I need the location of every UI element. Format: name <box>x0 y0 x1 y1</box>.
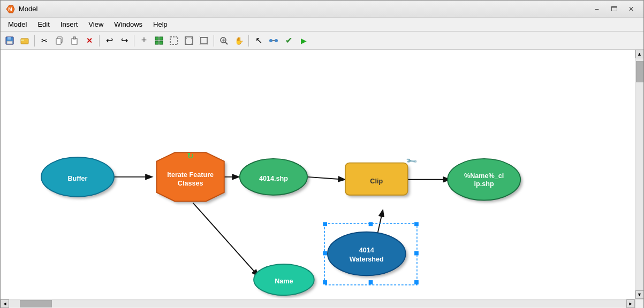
scroll-left-button[interactable]: ◄ <box>1 299 9 308</box>
sep3 <box>134 35 134 47</box>
grid-button[interactable] <box>152 34 166 48</box>
svg-point-31 <box>275 39 278 42</box>
delete-button[interactable]: ✕ <box>82 34 96 48</box>
toolbar: ✂ ✕ ↩ ↪ + ✋ ↖ ✔ <box>1 32 643 50</box>
svg-rect-4 <box>7 41 12 44</box>
sep4 <box>214 35 214 47</box>
copy-button[interactable] <box>52 34 66 48</box>
zoom-fit-button[interactable] <box>197 34 211 48</box>
arrow-shp-clip <box>308 177 344 180</box>
model-diagram: Buffer ↻ Iterate Feature Classes 4014.sh… <box>1 50 635 299</box>
validate-button[interactable]: ✔ <box>282 34 296 48</box>
menu-view[interactable]: View <box>83 19 109 29</box>
horizontal-scrollbar-container: ◄ ► <box>1 299 643 307</box>
sel-handle-tl <box>323 222 327 226</box>
output-label-1: %Name%_cl <box>464 172 504 180</box>
menu-model[interactable]: Model <box>3 19 32 29</box>
canvas-container: Buffer ↻ Iterate Feature Classes 4014.sh… <box>1 50 643 299</box>
menu-insert[interactable]: Insert <box>55 19 84 29</box>
iterate-icon: ↻ <box>187 151 194 160</box>
scroll-thumb-h[interactable] <box>20 300 52 307</box>
svg-rect-11 <box>155 37 158 40</box>
sel-handle-tr <box>414 222 419 226</box>
name-label: Name <box>275 278 293 285</box>
sep1 <box>34 35 35 47</box>
output-label-2: ip.shp <box>474 180 494 188</box>
main-window: M Model – 🗖 ✕ Model Edit Insert View Win… <box>0 0 644 308</box>
sel-handle-bm <box>369 280 373 284</box>
scroll-down-button[interactable]: ▼ <box>635 290 644 299</box>
restore-button[interactable]: 🗖 <box>606 3 622 15</box>
arrow-iterate-name <box>193 203 258 275</box>
vertical-scrollbar: ▲ ▼ <box>635 50 643 299</box>
clip-label: Clip <box>370 178 383 185</box>
svg-rect-12 <box>160 37 163 40</box>
menu-edit[interactable]: Edit <box>32 19 55 29</box>
select-button[interactable]: ↖ <box>252 34 266 48</box>
zoom-in-button[interactable] <box>217 34 231 48</box>
minimize-button[interactable]: – <box>589 3 605 15</box>
svg-rect-15 <box>170 37 178 44</box>
svg-rect-21 <box>201 37 207 44</box>
scrollbar-corner <box>635 299 643 308</box>
svg-rect-3 <box>7 37 11 40</box>
zoom-select-button[interactable] <box>167 34 181 48</box>
run-button[interactable]: ▶ <box>297 34 310 48</box>
scroll-right-button[interactable]: ► <box>626 299 635 308</box>
svg-text:M: M <box>8 6 12 12</box>
svg-rect-9 <box>72 38 77 44</box>
scroll-track-h <box>9 300 626 307</box>
svg-line-27 <box>225 42 228 44</box>
close-button[interactable]: ✕ <box>623 3 639 15</box>
shp4014-label: 4014.shp <box>259 175 288 182</box>
svg-rect-8 <box>56 38 61 44</box>
sel-handle-mr <box>414 251 419 256</box>
titlebar: M Model – 🗖 ✕ <box>1 1 643 18</box>
buffer-label: Buffer <box>67 175 87 182</box>
svg-rect-14 <box>160 41 163 44</box>
menu-windows[interactable]: Windows <box>109 19 148 29</box>
pan-button[interactable]: ✋ <box>232 34 246 48</box>
model-canvas[interactable]: Buffer ↻ Iterate Feature Classes 4014.sh… <box>1 50 635 299</box>
svg-point-30 <box>269 39 272 42</box>
arrow-watershed-clip <box>377 211 383 234</box>
watershed-label-1: 4014 <box>359 247 374 254</box>
menu-help[interactable]: Help <box>148 19 173 29</box>
horizontal-scrollbar: ◄ ► <box>1 299 635 308</box>
scroll-up-button[interactable]: ▲ <box>635 50 644 58</box>
redo-button[interactable]: ↪ <box>117 34 131 48</box>
paste-button[interactable] <box>67 34 81 48</box>
save-button[interactable] <box>3 34 17 48</box>
scroll-thumb-v[interactable] <box>636 61 643 82</box>
connect-button[interactable] <box>267 34 281 48</box>
svg-rect-10 <box>73 37 75 39</box>
sep5 <box>248 35 249 47</box>
svg-rect-13 <box>155 41 158 44</box>
sel-handle-br <box>414 280 419 284</box>
zoom-full-button[interactable] <box>182 34 196 48</box>
sel-handle-tm <box>369 222 373 226</box>
svg-rect-6 <box>21 40 24 41</box>
app-icon: M <box>5 4 16 14</box>
undo-button[interactable]: ↩ <box>102 34 116 48</box>
sel-handle-ml <box>323 251 327 256</box>
window-title: Model <box>19 5 589 13</box>
add-button[interactable]: + <box>137 34 151 48</box>
open-button[interactable] <box>18 34 32 48</box>
watershed-label-2: Watershed <box>350 256 384 263</box>
scroll-track-v <box>636 58 643 290</box>
iterate-label-2: Classes <box>178 180 203 187</box>
cut-button[interactable]: ✂ <box>37 34 51 48</box>
sep2 <box>99 35 100 47</box>
window-controls: – 🗖 ✕ <box>589 3 639 15</box>
sel-handle-bl <box>323 280 327 284</box>
menubar: Model Edit Insert View Windows Help <box>1 18 643 32</box>
iterate-label-1: Iterate Feature <box>167 171 214 179</box>
